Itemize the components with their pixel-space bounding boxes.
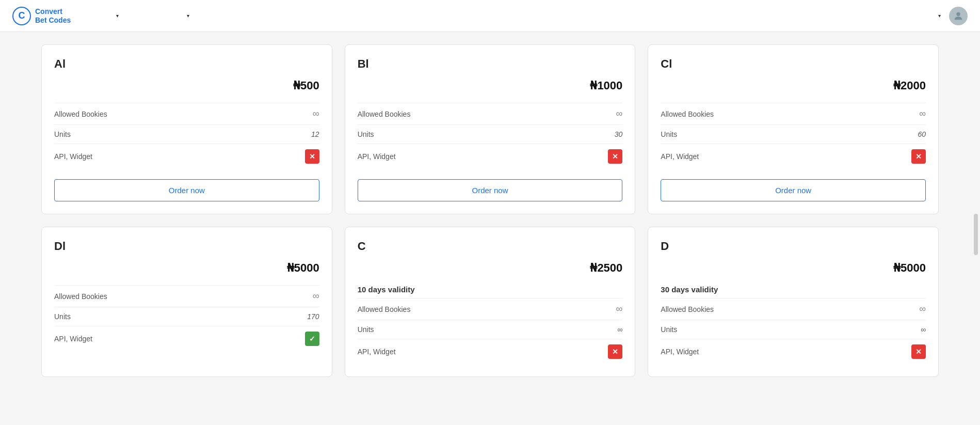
card-name: C <box>358 240 623 253</box>
card-name: D <box>661 240 926 253</box>
api-label: API, Widget <box>54 152 92 161</box>
logo-text: ConvertBet Codes <box>35 7 71 25</box>
allowed-bookies-row: Allowed Bookies ∞ <box>54 285 319 307</box>
services-chevron-icon: ▾ <box>116 13 119 19</box>
units-row: Units 170 <box>54 307 319 326</box>
api-row: API, Widget ✕ <box>358 339 623 364</box>
allowed-bookies-value: ∞ <box>919 304 926 314</box>
logo-icon: C <box>12 7 31 25</box>
allowed-bookies-value: ∞ <box>919 108 926 119</box>
pricing-card-dl: Dl ₦5000 Allowed Bookies ∞ Units 170 API… <box>41 227 332 377</box>
card-price: ₦5000 <box>661 261 926 275</box>
pricing-card-al: Al ₦500 Allowed Bookies ∞ Units 12 API, … <box>41 44 332 214</box>
card-name: Dl <box>54 240 319 253</box>
api-label: API, Widget <box>661 348 699 356</box>
api-label: API, Widget <box>358 152 396 161</box>
nav-services[interactable]: ▾ <box>108 9 125 23</box>
order-now-button[interactable]: Order now <box>358 179 623 201</box>
more-chevron-icon: ▾ <box>187 13 189 19</box>
logo-link[interactable]: C ConvertBet Codes <box>12 7 71 25</box>
units-value: 30 <box>615 130 623 138</box>
units-value: 170 <box>307 312 319 321</box>
units-row: Units ∞ <box>358 320 623 339</box>
allowed-bookies-row: Allowed Bookies ∞ <box>661 298 926 320</box>
units-row: Units 60 <box>661 124 926 144</box>
card-name: Al <box>54 57 319 71</box>
units-label: Units <box>358 325 374 334</box>
units-value: 12 <box>311 130 319 138</box>
units-value: ∞ <box>617 325 622 334</box>
api-badge-check: ✓ <box>305 332 319 346</box>
validity-label: 10 days validity <box>358 285 623 294</box>
api-badge-cross: ✕ <box>911 149 926 164</box>
card-price: ₦1000 <box>358 79 623 92</box>
pricing-card-d: D ₦5000 30 days validity Allowed Bookies… <box>648 227 939 377</box>
allowed-bookies-row: Allowed Bookies ∞ <box>54 103 319 124</box>
api-row: API, Widget ✕ <box>358 144 623 169</box>
pricing-card-cl: Cl ₦2000 Allowed Bookies ∞ Units 60 API,… <box>648 44 939 214</box>
units-label: Units <box>54 130 71 138</box>
api-row: API, Widget ✓ <box>54 326 319 351</box>
pricing-card-c: C ₦2500 10 days validity Allowed Bookies… <box>345 227 636 377</box>
pricing-card-bl: Bl ₦1000 Allowed Bookies ∞ Units 30 API,… <box>345 44 636 214</box>
units-row: Units 30 <box>358 124 623 144</box>
nav-more[interactable]: ▾ <box>179 9 196 23</box>
api-badge-cross: ✕ <box>305 149 319 164</box>
api-row: API, Widget ✕ <box>54 144 319 169</box>
validity-label: 30 days validity <box>661 285 926 294</box>
api-label: API, Widget <box>54 335 92 343</box>
units-label: Units <box>661 325 677 334</box>
api-label: API, Widget <box>661 152 699 161</box>
allowed-bookies-value: ∞ <box>616 108 622 119</box>
units-row: Units ∞ <box>661 320 926 339</box>
allowed-bookies-row: Allowed Bookies ∞ <box>358 103 623 124</box>
card-price: ₦2000 <box>661 79 926 92</box>
allowed-bookies-label: Allowed Bookies <box>358 110 411 118</box>
scrollbar[interactable] <box>974 214 978 255</box>
units-row: Units 12 <box>54 124 319 144</box>
user-avatar[interactable] <box>949 7 968 25</box>
allowed-bookies-value: ∞ <box>616 304 622 314</box>
card-price: ₦2500 <box>358 261 623 275</box>
units-label: Units <box>661 130 677 138</box>
currency-selector[interactable]: ▾ <box>936 13 941 19</box>
api-badge-cross: ✕ <box>608 149 622 164</box>
svg-point-0 <box>956 12 960 15</box>
allowed-bookies-value: ∞ <box>313 108 319 119</box>
allowed-bookies-label: Allowed Bookies <box>358 305 411 313</box>
order-now-button[interactable]: Order now <box>54 179 319 201</box>
units-value: 60 <box>918 130 926 138</box>
api-label: API, Widget <box>358 348 396 356</box>
allowed-bookies-label: Allowed Bookies <box>661 305 714 313</box>
allowed-bookies-value: ∞ <box>313 291 319 302</box>
card-price: ₦5000 <box>54 261 319 275</box>
main-content: Al ₦500 Allowed Bookies ∞ Units 12 API, … <box>0 32 980 389</box>
order-now-button[interactable]: Order now <box>661 179 926 201</box>
navbar: C ConvertBet Codes ▾ ▾ ▾ <box>0 0 980 32</box>
allowed-bookies-label: Allowed Bookies <box>54 110 107 118</box>
nav-affiliates[interactable] <box>162 12 174 20</box>
units-value: ∞ <box>921 325 926 334</box>
api-row: API, Widget ✕ <box>661 144 926 169</box>
api-badge-cross: ✕ <box>911 344 926 359</box>
allowed-bookies-label: Allowed Bookies <box>661 110 714 118</box>
currency-chevron-icon: ▾ <box>938 13 941 19</box>
api-row: API, Widget ✕ <box>661 339 926 364</box>
nav-reviews[interactable] <box>146 12 158 20</box>
units-label: Units <box>54 312 71 321</box>
allowed-bookies-row: Allowed Bookies ∞ <box>661 103 926 124</box>
api-badge-cross: ✕ <box>608 344 622 359</box>
card-name: Cl <box>661 57 926 71</box>
units-label: Units <box>358 130 374 138</box>
pricing-cards-grid: Al ₦500 Allowed Bookies ∞ Units 12 API, … <box>41 44 939 377</box>
card-price: ₦500 <box>54 79 319 92</box>
allowed-bookies-label: Allowed Bookies <box>54 292 107 301</box>
nav-right: ▾ <box>936 7 968 25</box>
nav-pricing[interactable] <box>129 12 141 20</box>
card-name: Bl <box>358 57 623 71</box>
nav-home[interactable] <box>91 12 104 20</box>
nav-links: ▾ ▾ <box>91 9 936 23</box>
allowed-bookies-row: Allowed Bookies ∞ <box>358 298 623 320</box>
